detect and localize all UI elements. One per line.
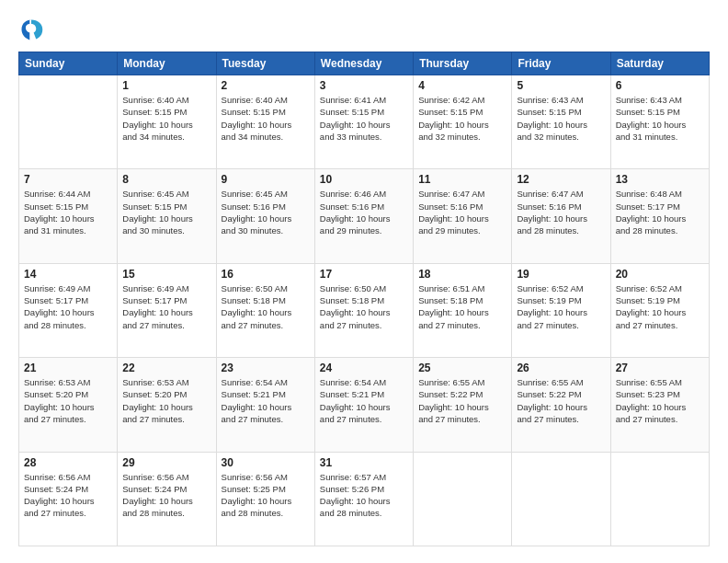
day-number: 9 [222, 173, 310, 186]
day-info: Sunrise: 6:43 AM Sunset: 5:15 PM Dayligh… [616, 94, 704, 143]
header [18, 17, 710, 42]
calendar-cell: 28Sunrise: 6:56 AM Sunset: 5:24 PM Dayli… [19, 452, 118, 546]
calendar-cell: 6Sunrise: 6:43 AM Sunset: 5:15 PM Daylig… [610, 75, 709, 169]
logo-icon [18, 17, 44, 42]
day-number: 23 [222, 362, 310, 374]
day-info: Sunrise: 6:56 AM Sunset: 5:25 PM Dayligh… [222, 471, 310, 520]
day-info: Sunrise: 6:51 AM Sunset: 5:18 PM Dayligh… [418, 282, 506, 331]
day-number: 22 [122, 362, 210, 374]
calendar-cell: 5Sunrise: 6:43 AM Sunset: 5:15 PM Daylig… [512, 75, 610, 169]
day-info: Sunrise: 6:52 AM Sunset: 5:19 PM Dayligh… [616, 282, 704, 331]
calendar-cell: 13Sunrise: 6:48 AM Sunset: 5:17 PM Dayli… [610, 169, 709, 263]
day-info: Sunrise: 6:46 AM Sunset: 5:16 PM Dayligh… [320, 188, 408, 236]
calendar-cell: 29Sunrise: 6:56 AM Sunset: 5:24 PM Dayli… [118, 452, 216, 546]
calendar-cell: 12Sunrise: 6:47 AM Sunset: 5:16 PM Dayli… [512, 169, 610, 263]
day-info: Sunrise: 6:55 AM Sunset: 5:22 PM Dayligh… [418, 376, 506, 425]
day-number: 19 [517, 268, 605, 281]
calendar-cell [414, 452, 512, 546]
day-number: 25 [418, 362, 506, 374]
day-info: Sunrise: 6:55 AM Sunset: 5:23 PM Dayligh… [616, 376, 704, 425]
calendar-week-3: 14Sunrise: 6:49 AM Sunset: 5:17 PM Dayli… [19, 263, 710, 357]
day-info: Sunrise: 6:44 AM Sunset: 5:15 PM Dayligh… [24, 188, 112, 236]
day-info: Sunrise: 6:55 AM Sunset: 5:22 PM Dayligh… [517, 376, 605, 425]
day-info: Sunrise: 6:57 AM Sunset: 5:26 PM Dayligh… [320, 471, 408, 520]
column-header-thursday: Thursday [414, 52, 512, 75]
calendar-cell: 15Sunrise: 6:49 AM Sunset: 5:17 PM Dayli… [118, 263, 216, 357]
calendar-cell: 3Sunrise: 6:41 AM Sunset: 5:15 PM Daylig… [314, 75, 413, 169]
calendar-cell: 18Sunrise: 6:51 AM Sunset: 5:18 PM Dayli… [414, 263, 512, 357]
day-info: Sunrise: 6:52 AM Sunset: 5:19 PM Dayligh… [517, 282, 605, 331]
day-number: 8 [122, 173, 210, 186]
calendar-cell: 8Sunrise: 6:45 AM Sunset: 5:15 PM Daylig… [118, 169, 216, 263]
day-number: 20 [616, 268, 704, 281]
calendar-week-4: 21Sunrise: 6:53 AM Sunset: 5:20 PM Dayli… [19, 358, 710, 452]
day-number: 15 [122, 268, 210, 281]
day-number: 6 [616, 79, 704, 92]
calendar-week-2: 7Sunrise: 6:44 AM Sunset: 5:15 PM Daylig… [19, 169, 710, 263]
calendar-table: SundayMondayTuesdayWednesdayThursdayFrid… [18, 52, 710, 546]
calendar-cell: 30Sunrise: 6:56 AM Sunset: 5:25 PM Dayli… [216, 452, 314, 546]
day-number: 26 [517, 362, 605, 374]
calendar-cell: 14Sunrise: 6:49 AM Sunset: 5:17 PM Dayli… [19, 263, 118, 357]
day-number: 18 [418, 268, 506, 281]
column-header-saturday: Saturday [610, 52, 709, 75]
day-info: Sunrise: 6:54 AM Sunset: 5:21 PM Dayligh… [320, 376, 408, 425]
day-info: Sunrise: 6:41 AM Sunset: 5:15 PM Dayligh… [320, 94, 408, 143]
calendar-cell: 20Sunrise: 6:52 AM Sunset: 5:19 PM Dayli… [610, 263, 709, 357]
calendar-cell [610, 452, 709, 546]
day-info: Sunrise: 6:49 AM Sunset: 5:17 PM Dayligh… [24, 282, 112, 331]
day-info: Sunrise: 6:40 AM Sunset: 5:15 PM Dayligh… [222, 94, 310, 143]
calendar-week-5: 28Sunrise: 6:56 AM Sunset: 5:24 PM Dayli… [19, 452, 710, 546]
calendar-cell: 25Sunrise: 6:55 AM Sunset: 5:22 PM Dayli… [414, 358, 512, 452]
calendar-cell: 31Sunrise: 6:57 AM Sunset: 5:26 PM Dayli… [314, 452, 413, 546]
page: SundayMondayTuesdayWednesdayThursdayFrid… [0, 0, 728, 563]
calendar-cell: 9Sunrise: 6:45 AM Sunset: 5:16 PM Daylig… [216, 169, 314, 263]
calendar-cell: 19Sunrise: 6:52 AM Sunset: 5:19 PM Dayli… [512, 263, 610, 357]
day-info: Sunrise: 6:48 AM Sunset: 5:17 PM Dayligh… [616, 188, 704, 236]
day-number: 16 [222, 268, 310, 281]
calendar-cell: 7Sunrise: 6:44 AM Sunset: 5:15 PM Daylig… [19, 169, 118, 263]
day-number: 29 [122, 456, 210, 469]
calendar-cell: 26Sunrise: 6:55 AM Sunset: 5:22 PM Dayli… [512, 358, 610, 452]
calendar-week-1: 1Sunrise: 6:40 AM Sunset: 5:15 PM Daylig… [19, 75, 710, 169]
day-info: Sunrise: 6:45 AM Sunset: 5:15 PM Dayligh… [122, 188, 210, 236]
day-number: 10 [320, 173, 408, 186]
day-number: 30 [222, 456, 310, 469]
day-number: 2 [222, 79, 310, 92]
calendar-cell: 22Sunrise: 6:53 AM Sunset: 5:20 PM Dayli… [118, 358, 216, 452]
day-number: 28 [24, 456, 112, 469]
day-info: Sunrise: 6:43 AM Sunset: 5:15 PM Dayligh… [517, 94, 605, 143]
day-number: 17 [320, 268, 408, 281]
logo [18, 17, 48, 42]
day-number: 12 [517, 173, 605, 186]
day-info: Sunrise: 6:50 AM Sunset: 5:18 PM Dayligh… [320, 282, 408, 331]
calendar-header-row: SundayMondayTuesdayWednesdayThursdayFrid… [19, 52, 710, 75]
day-number: 7 [24, 173, 112, 186]
column-header-wednesday: Wednesday [314, 52, 413, 75]
day-number: 27 [616, 362, 704, 374]
calendar-cell: 16Sunrise: 6:50 AM Sunset: 5:18 PM Dayli… [216, 263, 314, 357]
calendar-cell [512, 452, 610, 546]
day-info: Sunrise: 6:53 AM Sunset: 5:20 PM Dayligh… [24, 376, 112, 425]
calendar-cell: 17Sunrise: 6:50 AM Sunset: 5:18 PM Dayli… [314, 263, 413, 357]
day-info: Sunrise: 6:56 AM Sunset: 5:24 PM Dayligh… [24, 471, 112, 520]
calendar-cell: 11Sunrise: 6:47 AM Sunset: 5:16 PM Dayli… [414, 169, 512, 263]
calendar-cell: 4Sunrise: 6:42 AM Sunset: 5:15 PM Daylig… [414, 75, 512, 169]
day-number: 24 [320, 362, 408, 374]
day-info: Sunrise: 6:40 AM Sunset: 5:15 PM Dayligh… [122, 94, 210, 143]
day-info: Sunrise: 6:47 AM Sunset: 5:16 PM Dayligh… [517, 188, 605, 236]
calendar-cell: 2Sunrise: 6:40 AM Sunset: 5:15 PM Daylig… [216, 75, 314, 169]
day-number: 13 [616, 173, 704, 186]
calendar-cell: 1Sunrise: 6:40 AM Sunset: 5:15 PM Daylig… [118, 75, 216, 169]
calendar-cell: 10Sunrise: 6:46 AM Sunset: 5:16 PM Dayli… [314, 169, 413, 263]
day-number: 31 [320, 456, 408, 469]
day-info: Sunrise: 6:50 AM Sunset: 5:18 PM Dayligh… [222, 282, 310, 331]
calendar-cell: 27Sunrise: 6:55 AM Sunset: 5:23 PM Dayli… [610, 358, 709, 452]
day-info: Sunrise: 6:53 AM Sunset: 5:20 PM Dayligh… [122, 376, 210, 425]
column-header-sunday: Sunday [19, 52, 118, 75]
day-info: Sunrise: 6:47 AM Sunset: 5:16 PM Dayligh… [418, 188, 506, 236]
column-header-friday: Friday [512, 52, 610, 75]
day-info: Sunrise: 6:56 AM Sunset: 5:24 PM Dayligh… [122, 471, 210, 520]
day-number: 4 [418, 79, 506, 92]
day-number: 14 [24, 268, 112, 281]
